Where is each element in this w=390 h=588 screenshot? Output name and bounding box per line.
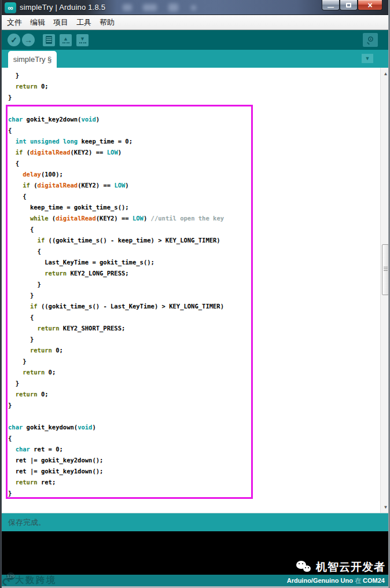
blurred-overlay <box>191 5 196 10</box>
code-line: if ((gokit_time_s() - Last_KeyTime) > KE… <box>8 301 380 312</box>
upload-button[interactable]: → <box>22 34 35 46</box>
magnifier-icon <box>367 36 374 44</box>
code-line: } <box>8 290 380 301</box>
blurred-overlay <box>123 4 132 11</box>
save-button[interactable]: ▼ <box>76 34 89 46</box>
code-line <box>8 411 380 422</box>
code-line: return 0; <box>8 389 380 400</box>
code-line: ret |= gokit_key1down(); <box>8 466 380 477</box>
tab-bar: simpleTry § ▼ <box>0 50 390 68</box>
watermark-badge: 129 <box>6 572 15 580</box>
save-icon: ▼ <box>79 36 86 43</box>
scrollbar-grip <box>384 269 388 269</box>
code-line: while (digitalRead(KEY2) == LOW) //until… <box>8 213 380 224</box>
document-icon <box>46 36 52 44</box>
port-preposition: 在 <box>355 577 361 584</box>
code-line: return KEY2_SHORT_PRESS; <box>8 323 380 334</box>
arduino-ide-window: ∞ simpleTry | Arduino 1.8.5 — × 文件编辑项目工具… <box>0 0 390 588</box>
code-line: } <box>8 92 380 103</box>
code-line: return KEY2_LONG_PRESS; <box>8 268 380 279</box>
chevron-down-icon: ▼ <box>365 56 370 61</box>
code-line: ret |= gokit_key2down(); <box>8 455 380 466</box>
checkmark-icon: ✓ <box>10 35 17 45</box>
close-button[interactable]: × <box>358 0 382 10</box>
window-controls: — × <box>322 0 382 10</box>
menu-item[interactable]: 项目 <box>53 17 68 28</box>
code-line: } <box>8 488 380 499</box>
menu-item[interactable]: 帮助 <box>100 17 115 28</box>
code-line: keep_time = gokit_time_s(); <box>8 202 380 213</box>
code-line: } <box>8 279 380 290</box>
console-output: 机智云开发者 <box>0 531 390 575</box>
code-line: return 0; <box>8 81 380 92</box>
menu-item[interactable]: 编辑 <box>30 17 45 28</box>
watermark-text: 机智云开发者 <box>316 560 385 575</box>
toolbar: ✓ → ▲ ▼ <box>0 30 390 50</box>
code-line: delay(100); <box>8 169 380 180</box>
status-bar: 保存完成。 <box>0 513 390 531</box>
serial-monitor-button[interactable] <box>363 33 378 47</box>
code-content: } return 0;}char gokit_key2down(void){ i… <box>0 68 380 513</box>
new-sketch-button[interactable] <box>43 34 55 46</box>
right-arrow-icon: → <box>24 35 32 45</box>
arduino-logo-icon: ∞ <box>5 2 16 13</box>
wechat-icon <box>296 561 312 574</box>
window-title: simpleTry | Arduino 1.8.5 <box>20 3 105 12</box>
tab-simpletry[interactable]: simpleTry § <box>8 51 57 68</box>
code-line: } <box>8 70 380 81</box>
menu-bar: 文件编辑项目工具帮助 <box>0 15 390 30</box>
code-line: if (digitalRead(KEY2) == LOW) <box>8 180 380 191</box>
watermark-text: 大数跨境 <box>15 575 57 586</box>
code-line: } <box>8 400 380 411</box>
code-line: return 0; <box>8 367 380 378</box>
menu-item[interactable]: 工具 <box>76 17 91 28</box>
code-line: } <box>8 334 380 345</box>
code-line: Last_KeyTime = gokit_time_s(); <box>8 257 380 268</box>
code-line: return ret; <box>8 477 380 488</box>
title-bar: ∞ simpleTry | Arduino 1.8.5 — × <box>0 0 390 15</box>
code-line: int unsigned long keep_time = 0; <box>8 136 380 147</box>
minimize-icon: — <box>328 3 334 10</box>
swirl-logo-icon: 129 <box>2 576 12 586</box>
code-line: { <box>8 246 380 257</box>
menu-item[interactable]: 文件 <box>7 17 22 28</box>
code-line: { <box>8 158 380 169</box>
code-line: } <box>8 378 380 389</box>
code-line: { <box>8 125 380 136</box>
open-icon: ▲ <box>62 36 69 43</box>
code-line <box>8 103 380 114</box>
status-message: 保存完成。 <box>8 517 46 528</box>
maximize-icon <box>346 3 351 8</box>
port-name: COM24 <box>363 577 385 584</box>
code-editor[interactable]: } return 0;}char gokit_key2down(void){ i… <box>0 68 390 513</box>
code-line: if (digitalRead(KEY2) == LOW) <box>8 147 380 158</box>
open-button[interactable]: ▲ <box>60 34 72 46</box>
board-port-status: Arduino/Genuino Uno 在 COM24 <box>287 576 385 585</box>
window-left-edge <box>0 0 2 588</box>
code-line: return 0; <box>8 345 380 356</box>
code-line: { <box>8 224 380 235</box>
code-line: char gokit_key2down(void) <box>8 114 380 125</box>
footer-bar: 129 大数跨境 Arduino/Genuino Uno 在 COM24 <box>0 575 390 588</box>
board-name: Arduino/Genuino Uno <box>287 577 353 584</box>
tab-menu-button[interactable]: ▼ <box>362 54 373 63</box>
wechat-watermark: 机智云开发者 <box>296 560 385 575</box>
maximize-button[interactable] <box>340 0 358 10</box>
blurred-overlay <box>143 4 157 11</box>
code-line: { <box>8 312 380 323</box>
verify-button[interactable]: ✓ <box>8 34 20 46</box>
code-line: char gokit_keydown(void) <box>8 422 380 433</box>
code-line: { <box>8 191 380 202</box>
bottom-left-watermark: 129 大数跨境 <box>2 575 57 586</box>
code-line: { <box>8 433 380 444</box>
code-line: } <box>8 356 380 367</box>
close-icon: × <box>367 1 372 10</box>
code-line: char ret = 0; <box>8 444 380 455</box>
code-line: if ((gokit_time_s() - keep_time) > KEY_L… <box>8 235 380 246</box>
blurred-overlay <box>168 3 178 12</box>
minimize-button[interactable]: — <box>322 0 340 10</box>
